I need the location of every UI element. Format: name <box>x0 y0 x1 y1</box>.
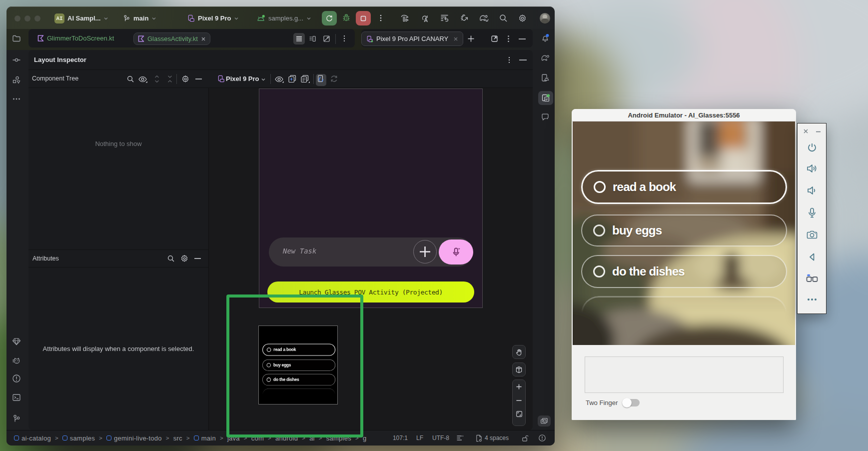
stop-button[interactable] <box>356 11 371 26</box>
editor-view-code-button[interactable] <box>293 33 305 44</box>
commit-tool-icon[interactable] <box>12 56 21 64</box>
run-target-widget[interactable]: samples.g... <box>256 7 311 30</box>
radio-circle-icon[interactable] <box>593 266 605 278</box>
rotate-3d-button[interactable] <box>512 362 526 376</box>
tree-search-icon[interactable] <box>126 75 134 83</box>
breadcrumb-item[interactable]: main <box>194 434 216 442</box>
device-select-widget[interactable]: Pixel 9 Pro <box>187 7 239 30</box>
emulator-text-input[interactable] <box>585 356 784 393</box>
logcat-tool-icon[interactable] <box>12 356 21 366</box>
indent-size[interactable]: 4 spaces <box>485 434 509 442</box>
volume-up-icon[interactable] <box>806 163 818 174</box>
window-close-button[interactable] <box>14 16 20 22</box>
device-manager-tool-icon[interactable] <box>541 74 550 82</box>
problems-tool-icon[interactable] <box>12 374 21 383</box>
breadcrumb-item[interactable]: gemini-live-todo <box>106 434 162 442</box>
problems-status-icon[interactable] <box>538 434 546 442</box>
todo-pill[interactable]: buy eggs <box>581 214 787 246</box>
power-icon[interactable] <box>807 142 818 153</box>
breadcrumb-item[interactable]: samples <box>62 434 95 442</box>
caret-position[interactable]: 107:1 <box>393 434 408 442</box>
collapse-all-icon[interactable] <box>166 74 173 84</box>
settings-gear-icon[interactable] <box>518 14 527 23</box>
apply-changes-icon[interactable]: A <box>421 14 430 23</box>
add-task-button[interactable] <box>413 240 437 264</box>
mirror-view-button[interactable] <box>538 416 551 426</box>
voice-input-button[interactable] <box>439 240 473 264</box>
zoom-in-button[interactable] <box>512 380 526 394</box>
emulator-back-icon[interactable] <box>807 252 817 262</box>
emulator-screen[interactable]: read a book buy eggs do the dishes <box>573 122 795 345</box>
hide-panel-icon[interactable] <box>519 59 527 61</box>
tab-glimmer-todo-screen[interactable]: GlimmerToDoScreen.kt <box>32 29 119 48</box>
emulator-glasses-icon[interactable] <box>806 273 819 284</box>
attach-debugger-icon[interactable] <box>459 14 469 23</box>
window-minimize-button[interactable] <box>24 16 30 22</box>
zoom-fit-button[interactable] <box>512 407 526 420</box>
two-finger-toggle[interactable] <box>623 399 640 406</box>
emulator-more-icon[interactable] <box>807 298 818 302</box>
breadcrumb-item[interactable]: src <box>173 434 182 442</box>
radio-circle-icon[interactable] <box>594 181 606 193</box>
emulator-mic-icon[interactable] <box>807 207 818 219</box>
project-widget[interactable]: AI AI Sampl... <box>54 7 108 30</box>
emulator-minimize-icon[interactable] <box>816 131 821 132</box>
quality-insights-tool-icon[interactable] <box>12 337 21 346</box>
inspector-device-name[interactable]: Pixel 9 Pro <box>226 75 259 82</box>
gradle-sync-icon[interactable] <box>479 14 489 23</box>
format-lines-icon[interactable] <box>456 434 464 442</box>
attributes-gear-icon[interactable] <box>180 254 189 263</box>
hide-tool-window-icon[interactable] <box>518 38 526 40</box>
todo-pill[interactable]: do the dishes <box>581 255 787 288</box>
hide-tree-icon[interactable] <box>195 78 202 80</box>
gemini-chat-tool-icon[interactable] <box>541 112 550 122</box>
kebab-menu-icon[interactable] <box>377 14 385 22</box>
volume-down-icon[interactable] <box>806 185 818 196</box>
close-tab-icon[interactable] <box>453 36 458 42</box>
expand-all-icon[interactable] <box>153 74 160 84</box>
structure-tool-icon[interactable] <box>12 76 21 84</box>
branch-widget[interactable]: main <box>123 7 156 30</box>
file-encoding[interactable]: UTF-8 <box>432 434 449 442</box>
build-run-icon[interactable] <box>400 14 410 23</box>
phone-screen-mirror[interactable]: New Task <box>259 88 483 308</box>
todo-pill[interactable]: read a book <box>581 170 787 204</box>
view-options-eye-icon[interactable] <box>274 75 284 84</box>
search-icon[interactable] <box>499 14 508 23</box>
tree-filter-eye-icon[interactable] <box>138 75 148 84</box>
editor-view-design-button[interactable] <box>321 33 332 44</box>
apply-code-changes-icon[interactable] <box>440 14 449 23</box>
close-tab-icon[interactable] <box>201 36 206 42</box>
window-zoom-button[interactable] <box>34 16 40 22</box>
rerun-button[interactable] <box>322 11 337 26</box>
running-device-tab[interactable]: Pixel 9 Pro API CANARY <box>361 32 463 46</box>
terminal-tool-icon[interactable] <box>12 393 21 402</box>
new-task-input[interactable]: New Task <box>269 238 473 266</box>
gradle-tool-icon[interactable] <box>541 54 550 62</box>
options-menu-icon[interactable] <box>505 35 512 42</box>
project-tool-icon[interactable] <box>12 34 21 43</box>
emulator-close-icon[interactable] <box>803 128 809 134</box>
panel-options-icon[interactable] <box>506 56 513 64</box>
notifications-bell-icon[interactable] <box>541 34 550 42</box>
line-separator[interactable]: LF <box>416 434 423 442</box>
debug-icon[interactable] <box>342 14 351 22</box>
breadcrumb-item[interactable]: ai-catalog <box>14 434 51 442</box>
open-in-new-window-icon[interactable] <box>491 35 498 42</box>
emulator-camera-icon[interactable] <box>806 230 818 240</box>
hide-attributes-icon[interactable] <box>194 258 201 260</box>
zoom-out-button[interactable] <box>512 394 526 407</box>
refresh-icon[interactable] <box>330 74 338 83</box>
pan-button[interactable] <box>512 345 526 359</box>
more-tools-icon[interactable] <box>12 94 21 104</box>
layers-list-icon[interactable] <box>300 74 310 84</box>
add-device-tab-icon[interactable] <box>467 35 475 42</box>
attributes-search-icon[interactable] <box>167 254 175 262</box>
editor-tabs-menu-icon[interactable] <box>341 35 348 42</box>
emulator-title[interactable]: Android Emulator - AI_Glasses:5556 <box>572 109 796 122</box>
editor-view-split-button[interactable] <box>307 33 318 44</box>
tree-settings-gear-icon[interactable] <box>181 74 190 84</box>
user-avatar[interactable] <box>540 13 550 24</box>
tab-glasses-activity[interactable]: GlassesActivity.kt <box>133 32 210 45</box>
unlock-icon[interactable] <box>521 434 529 442</box>
